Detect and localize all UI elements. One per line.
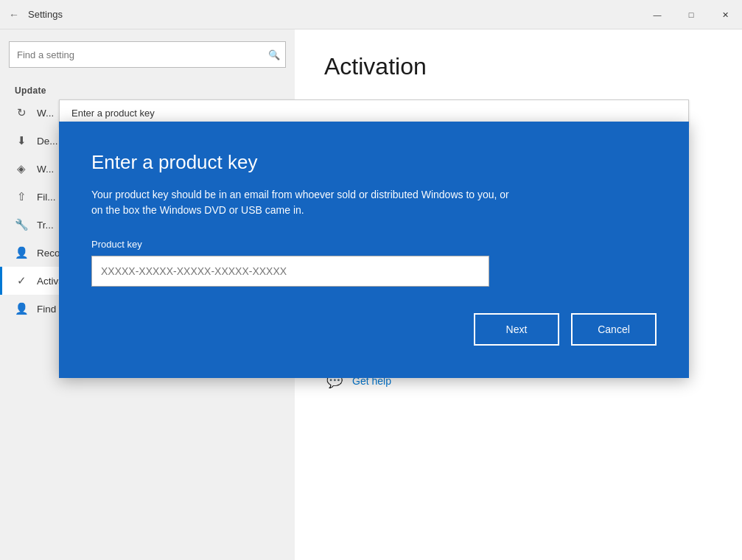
product-key-input[interactable] [91,256,489,287]
product-key-label: Product key [91,239,657,250]
dialog-overlay: Enter a product key Enter a product key … [0,0,742,560]
product-key-dialog: Enter a product key Your product key sho… [59,122,689,378]
dialog-description: Your product key should be in an email f… [91,187,519,218]
dialog-buttons: Next Cancel [91,313,657,346]
next-button[interactable]: Next [474,313,559,346]
dialog-heading: Enter a product key [91,151,657,174]
cancel-button[interactable]: Cancel [571,313,657,346]
dialog-titlebar-label: Enter a product key [71,108,155,119]
